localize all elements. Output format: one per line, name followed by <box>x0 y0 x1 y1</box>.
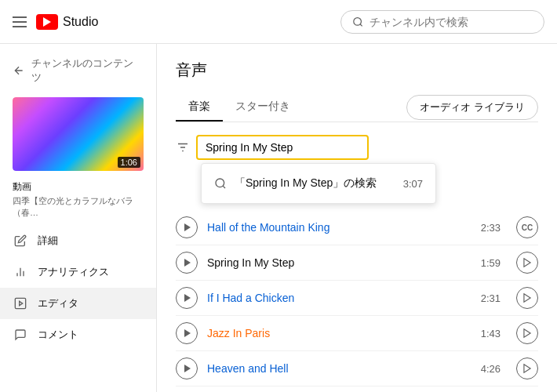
play-button[interactable] <box>176 322 198 344</box>
svg-marker-15 <box>524 365 530 373</box>
video-thumbnail: 1:06 <box>13 97 144 171</box>
youtube-logo-icon <box>36 14 58 30</box>
track-action-button[interactable] <box>516 322 538 344</box>
analytics-icon <box>13 264 28 280</box>
play-button[interactable] <box>176 287 198 309</box>
track-action-button[interactable] <box>516 252 538 274</box>
track-duration: 1:43 <box>481 328 501 339</box>
search-icon <box>352 16 363 28</box>
back-arrow-icon <box>13 64 25 77</box>
sidebar-item-label-comments: コメント <box>38 328 78 342</box>
studio-label: Studio <box>63 15 98 29</box>
svg-marker-14 <box>524 329 530 338</box>
topbar-left: Studio <box>13 14 98 30</box>
search-dropdown: 「Spring In My Step」の検索 3:07 <box>201 163 436 204</box>
track-duration: 4:26 <box>481 363 501 375</box>
track-name[interactable]: Heaven and Hell <box>207 362 471 375</box>
sidebar-item-label-analytics: アナリティクス <box>38 265 109 279</box>
track-name[interactable]: Jazz In Paris <box>207 327 471 339</box>
comments-icon <box>13 327 28 343</box>
table-row: Spring In My Step 1:59 <box>176 245 538 281</box>
track-duration: 1:59 <box>481 257 501 269</box>
tab-bar: 音楽 スター付き オーディオ ライブラリ <box>176 93 538 122</box>
editor-icon <box>13 296 28 311</box>
filter-icon[interactable] <box>176 140 190 154</box>
sidebar-item-editor[interactable]: エディタ <box>0 288 156 319</box>
edit-icon <box>13 233 28 249</box>
play-button[interactable] <box>176 358 198 379</box>
play-button[interactable] <box>176 252 198 274</box>
play-circle-icon <box>522 328 533 339</box>
svg-point-0 <box>354 17 362 25</box>
back-button[interactable]: チャンネルのコンテン ツ <box>0 50 156 91</box>
svg-line-11 <box>223 186 225 188</box>
svg-point-10 <box>216 179 224 187</box>
search-icon-dropdown <box>214 177 227 190</box>
dropdown-item-label: 「Spring In My Step」の検索 <box>235 176 377 191</box>
video-subtitle-label: 四季【空の光とカラフルなバラ（春… <box>0 195 156 225</box>
track-list: Hall of the Mountain King 2:33 CC Spring… <box>176 210 538 387</box>
sidebar-item-label-details: 詳細 <box>38 234 58 248</box>
topbar: Studio <box>0 0 557 44</box>
sidebar: チャンネルのコンテン ツ 1:06 動画 四季【空の光とカラフルなバラ（春… 詳… <box>0 44 157 392</box>
tab-audio-library[interactable]: オーディオ ライブラリ <box>406 95 538 120</box>
track-action-button[interactable] <box>516 287 538 309</box>
table-row: Hall of the Mountain King 2:33 CC <box>176 210 538 245</box>
sidebar-item-details[interactable]: 詳細 <box>0 225 156 256</box>
main-content: 音声 音楽 スター付き オーディオ ライブラリ 「Spring In My St… <box>157 44 557 392</box>
track-name[interactable]: Hall of the Mountain King <box>207 221 471 234</box>
svg-line-1 <box>360 24 362 26</box>
play-circle-icon <box>522 363 533 374</box>
svg-rect-5 <box>15 298 25 308</box>
music-search-input[interactable] <box>196 135 369 160</box>
play-circle-icon <box>522 257 533 268</box>
play-button[interactable] <box>176 216 198 238</box>
svg-marker-6 <box>20 301 23 305</box>
global-search-bar[interactable] <box>340 10 544 34</box>
music-search-row <box>176 135 538 160</box>
back-label: チャンネルのコンテン ツ <box>31 56 133 85</box>
svg-marker-13 <box>524 294 530 303</box>
hamburger-menu[interactable] <box>13 16 27 27</box>
sidebar-item-comments[interactable]: コメント <box>0 319 156 350</box>
track-action-button[interactable] <box>516 358 538 379</box>
sidebar-item-analytics[interactable]: アナリティクス <box>0 256 156 288</box>
global-search-input[interactable] <box>370 16 533 28</box>
track-name[interactable]: If I Had a Chicken <box>207 292 471 304</box>
tab-music[interactable]: 音楽 <box>176 93 223 122</box>
track-name: Spring In My Step <box>207 256 471 269</box>
video-type-label: 動画 <box>0 177 156 195</box>
play-circle-icon <box>522 292 533 303</box>
tab-starred[interactable]: スター付き <box>223 93 303 122</box>
main-layout: チャンネルのコンテン ツ 1:06 動画 四季【空の光とカラフルなバラ（春… 詳… <box>0 44 557 392</box>
cc-badge-icon[interactable]: CC <box>516 216 538 238</box>
table-row: If I Had a Chicken 2:31 <box>176 281 538 316</box>
page-title: 音声 <box>176 60 538 81</box>
dropdown-search-item[interactable]: 「Spring In My Step」の検索 3:07 <box>202 170 435 197</box>
svg-marker-12 <box>524 259 530 267</box>
dropdown-item-time: 3:07 <box>403 178 423 190</box>
video-duration: 1:06 <box>118 157 140 168</box>
track-duration: 2:33 <box>481 222 501 234</box>
table-row: Heaven and Hell 4:26 <box>176 351 538 387</box>
table-row: Jazz In Paris 1:43 <box>176 316 538 351</box>
track-duration: 2:31 <box>481 292 501 304</box>
sidebar-item-label-editor: エディタ <box>38 296 78 310</box>
logo-container: Studio <box>36 14 98 30</box>
